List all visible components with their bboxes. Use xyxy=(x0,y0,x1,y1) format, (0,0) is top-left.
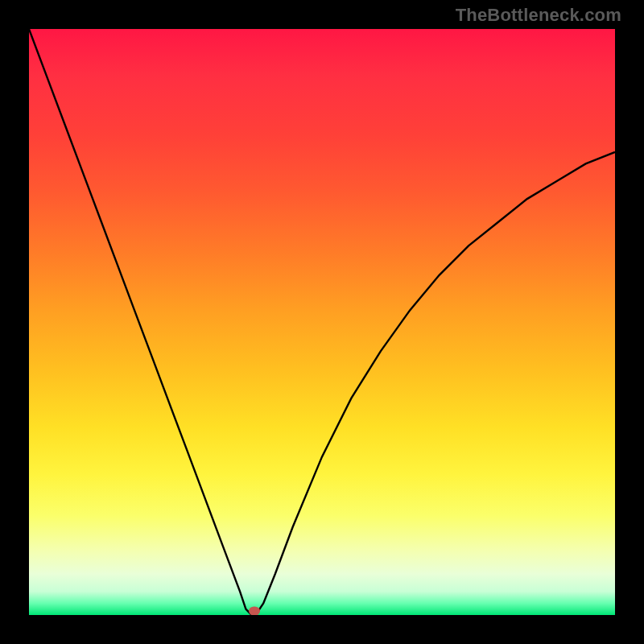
curve-path xyxy=(29,29,615,615)
optimum-marker xyxy=(249,607,260,616)
plot-area xyxy=(29,29,615,615)
bottleneck-curve xyxy=(29,29,615,615)
chart-frame: TheBottleneck.com xyxy=(0,0,644,644)
credit-watermark: TheBottleneck.com xyxy=(456,5,621,26)
